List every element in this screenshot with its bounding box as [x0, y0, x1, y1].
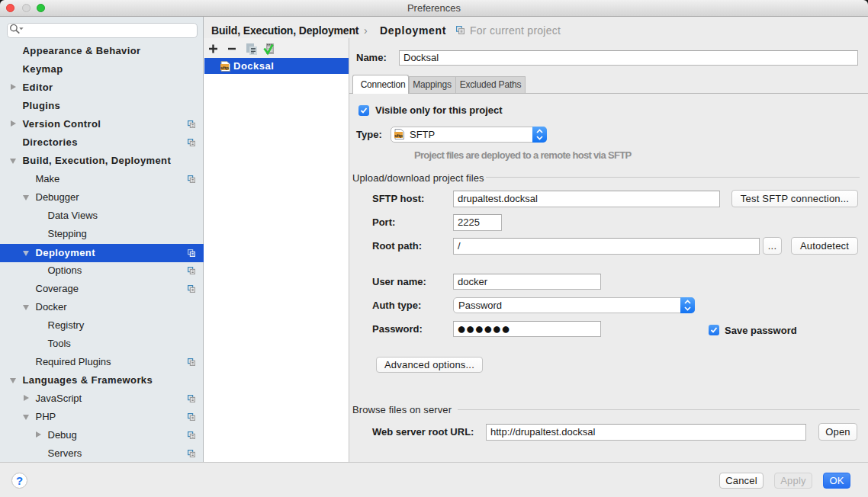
svg-text:sftp: sftp [394, 133, 403, 138]
svg-text:sftp: sftp [220, 66, 229, 70]
